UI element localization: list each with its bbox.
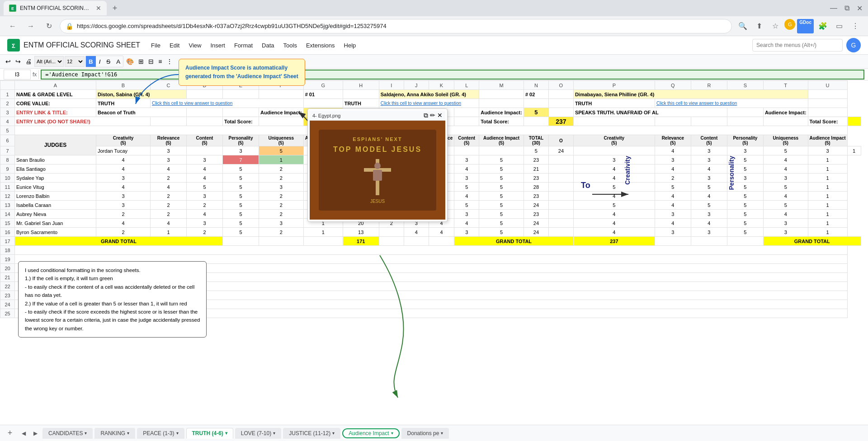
- c1-r16-content[interactable]: 2: [187, 228, 223, 237]
- c3-r13-uniqueness[interactable]: 5: [763, 201, 808, 210]
- candidate2-entry-title[interactable]: Jesus is the Truth: [379, 108, 454, 117]
- c1-r10-relevance[interactable]: 2: [151, 174, 187, 183]
- tab-justice[interactable]: JUSTICE (11-12) ▾: [283, 428, 340, 439]
- c3-r7-content[interactable]: 3: [727, 146, 763, 155]
- c2-r13-creativity[interactable]: 5: [404, 201, 429, 210]
- c1-r9-relevance[interactable]: 4: [151, 164, 187, 174]
- c1-r14-content[interactable]: 4: [187, 210, 223, 219]
- c3-r8-relevance[interactable]: 3: [655, 155, 691, 164]
- c1-r9-audience[interactable]: 1: [303, 164, 343, 174]
- c1-r8-personality[interactable]: 7: [223, 155, 259, 164]
- c2-r12-content[interactable]: 4: [454, 192, 479, 201]
- c2-r11-audience[interactable]: 5: [479, 183, 524, 192]
- menu-data[interactable]: Data: [258, 40, 278, 51]
- c1-r7-content[interactable]: 3: [223, 146, 259, 155]
- menu-format[interactable]: Format: [231, 40, 256, 51]
- c1-r12-audience[interactable]: 1: [303, 192, 343, 201]
- menu-extensions[interactable]: Extensions: [302, 40, 339, 51]
- candidate2-click-cell[interactable]: Click this cell to view answer to questi…: [379, 99, 479, 108]
- c1-r12-creativity[interactable]: 3: [96, 192, 151, 201]
- c3-r8-uniqueness[interactable]: 4: [763, 155, 808, 164]
- borders-button[interactable]: ⊞: [137, 57, 146, 66]
- tab-candidates-dropdown[interactable]: ▾: [85, 431, 87, 436]
- c3-r15-relevance[interactable]: 4: [655, 219, 691, 228]
- menu-edit[interactable]: Edit: [166, 40, 183, 51]
- c1-r10-audience[interactable]: 1: [303, 174, 343, 183]
- more-options-icon[interactable]: ⋮: [848, 19, 863, 33]
- search-icon[interactable]: 🔍: [736, 19, 750, 33]
- c2-r14-audience[interactable]: 5: [479, 210, 524, 219]
- c3-r13-personality[interactable]: 5: [727, 201, 763, 210]
- c2-r10-audience[interactable]: 5: [479, 174, 524, 183]
- close-button[interactable]: ✕: [855, 2, 864, 14]
- c3-r12-relevance[interactable]: 4: [655, 192, 691, 201]
- c3-r12-content[interactable]: 4: [691, 192, 727, 201]
- c3-r9-content[interactable]: 4: [691, 164, 727, 174]
- c1-r13-uniqueness[interactable]: 2: [259, 201, 304, 210]
- font-size-select[interactable]: 12: [65, 56, 85, 67]
- c3-r14-audience[interactable]: 1: [808, 210, 847, 219]
- c1-r16-uniqueness[interactable]: 2: [259, 228, 304, 237]
- c2-r9-relevance[interactable]: 4: [429, 164, 454, 174]
- c1-r9-uniqueness[interactable]: 2: [259, 164, 304, 174]
- c1-r11-uniqueness[interactable]: 3: [259, 183, 304, 192]
- text-color-button[interactable]: A: [113, 56, 123, 67]
- c2-r11-relevance[interactable]: 5: [429, 183, 454, 192]
- c3-r14-relevance[interactable]: 3: [655, 210, 691, 219]
- c2-r9-creativity[interactable]: 4: [404, 164, 429, 174]
- c3-r14-personality[interactable]: 5: [727, 210, 763, 219]
- c2-r11-creativity[interactable]: 5: [404, 183, 429, 192]
- c1-r12-uniqueness[interactable]: 2: [259, 192, 304, 201]
- c2-r13-content[interactable]: 5: [454, 201, 479, 210]
- print-button[interactable]: 🖨: [24, 57, 33, 66]
- c2-r8-creativity[interactable]: 3: [404, 155, 429, 164]
- c3-r10-relevance[interactable]: 2: [655, 174, 691, 183]
- c1-r9-personality[interactable]: 5: [223, 164, 259, 174]
- c2-r16-audience[interactable]: 5: [479, 228, 524, 237]
- c3-r8-audience[interactable]: 1: [808, 155, 847, 164]
- tab-ranking-dropdown[interactable]: ▾: [127, 431, 129, 436]
- c2-r14-relevance[interactable]: 3: [429, 210, 454, 219]
- c2-r7-content[interactable]: [479, 146, 524, 155]
- c1-r12-personality[interactable]: 5: [223, 192, 259, 201]
- menu-view[interactable]: View: [185, 40, 205, 51]
- c1-r13-audience[interactable]: 1: [303, 201, 343, 210]
- profile-icon[interactable]: G: [784, 19, 795, 30]
- c3-r11-audience[interactable]: 1: [808, 183, 847, 192]
- c2-r15-relevance[interactable]: 4: [429, 219, 454, 228]
- c1-r7-uniqueness[interactable]: 2: [303, 146, 343, 155]
- c3-r8-personality[interactable]: 5: [727, 155, 763, 164]
- tab-audience-impact[interactable]: Audience Impact ▾: [342, 428, 399, 438]
- c1-r10-creativity[interactable]: 3: [96, 174, 151, 183]
- menu-tools[interactable]: Tools: [280, 40, 301, 51]
- c1-r16-audience[interactable]: 1: [303, 228, 343, 237]
- c1-r14-relevance[interactable]: 2: [151, 210, 187, 219]
- c3-r8-content[interactable]: 3: [691, 155, 727, 164]
- c1-r16-personality[interactable]: 5: [223, 228, 259, 237]
- c3-r14-creativity[interactable]: 4: [573, 210, 655, 219]
- c3-r9-personality[interactable]: 5: [727, 164, 763, 174]
- c1-r8-relevance[interactable]: 3: [151, 155, 187, 164]
- c3-r9-relevance[interactable]: 4: [655, 164, 691, 174]
- c3-r9-audience[interactable]: 1: [808, 164, 847, 174]
- c2-r14-creativity[interactable]: 4: [404, 210, 429, 219]
- tab-peace[interactable]: PEACE (1-3) ▾: [137, 428, 184, 439]
- c2-r9-content[interactable]: 4: [454, 164, 479, 174]
- c3-r15-creativity[interactable]: 4: [573, 219, 655, 228]
- c3-r9-creativity[interactable]: 4: [573, 164, 655, 174]
- redo-button[interactable]: ↪: [14, 57, 23, 66]
- c1-r7-creativity[interactable]: 3: [151, 146, 187, 155]
- c1-r7-personality[interactable]: 5: [259, 146, 304, 155]
- c3-r7-personality[interactable]: 5: [763, 146, 808, 155]
- c3-r7-uniqueness[interactable]: 3: [808, 146, 847, 155]
- candidate3-click-cell[interactable]: Click this cell to view answer to questi…: [655, 99, 808, 108]
- menu-insert[interactable]: Insert: [207, 40, 229, 51]
- c3-r16-uniqueness[interactable]: 3: [763, 228, 808, 237]
- c1-r7-relevance[interactable]: [187, 146, 223, 155]
- tab-candidates[interactable]: CANDIDATES ▾: [42, 428, 93, 439]
- new-tab-button[interactable]: +: [108, 2, 121, 14]
- c1-r11-audience[interactable]: 1: [303, 183, 343, 192]
- c3-r15-uniqueness[interactable]: 3: [763, 219, 808, 228]
- c3-r11-content[interactable]: 5: [691, 183, 727, 192]
- add-sheet-button[interactable]: +: [4, 427, 16, 440]
